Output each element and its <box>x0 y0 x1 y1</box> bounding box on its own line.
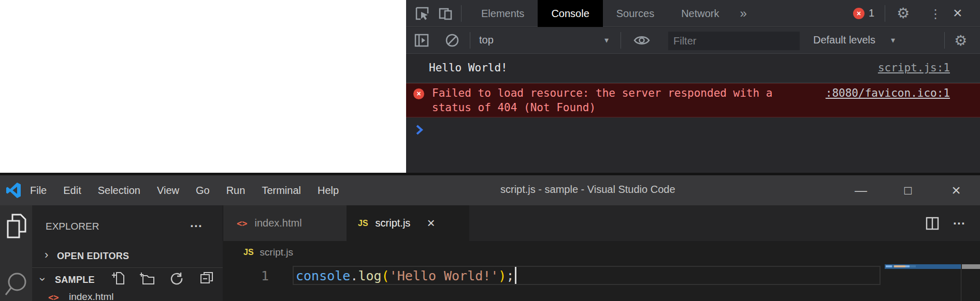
menu-terminal[interactable]: Terminal <box>262 185 301 197</box>
prompt-chevron-icon <box>415 124 424 136</box>
console-error-text-line2: status of 404 (Not Found) <box>432 101 596 114</box>
source-link[interactable]: :8080/favicon.ico:1 <box>826 87 950 99</box>
live-expression-eye-icon[interactable] <box>633 33 648 48</box>
menu-view[interactable]: View <box>157 185 179 197</box>
error-icon: × <box>413 88 424 99</box>
divider <box>461 5 462 22</box>
console-sidebar-toggle-icon[interactable] <box>414 33 429 48</box>
code-token: 'Hello World!' <box>390 268 499 283</box>
devtools-tab-sources[interactable]: Sources <box>603 0 668 27</box>
chevron-right-icon[interactable]: › <box>45 248 48 262</box>
source-link[interactable]: script.js:1 <box>878 62 950 74</box>
code-token: ) <box>498 268 506 283</box>
html-file-icon: <> <box>48 292 59 301</box>
console-toolbar: top ▾ Default levels ▾ ⚙ <box>406 27 980 54</box>
console-error-row: × Failed to load resource: the server re… <box>406 83 980 117</box>
settings-gear-icon[interactable]: ⚙ <box>897 6 910 21</box>
console-filter-input[interactable] <box>668 32 800 50</box>
log-levels-caret-icon[interactable]: ▾ <box>891 35 895 45</box>
divider <box>944 32 945 49</box>
folder-section-sample[interactable]: SAMPLE <box>55 275 95 285</box>
menu-run[interactable]: Run <box>226 185 246 197</box>
tab-script-js[interactable]: JS script.js × <box>347 205 469 241</box>
editor-more-actions-icon[interactable]: ··· <box>953 216 965 231</box>
devtools-tabs: ElementsConsoleSourcesNetwork <box>468 0 733 27</box>
code-line[interactable]: console.log('Hello World!'); <box>296 268 514 283</box>
tab-label: index.html <box>254 217 301 229</box>
code-token: ( <box>382 268 390 283</box>
chevron-down-icon[interactable]: › <box>36 277 49 281</box>
maximize-button[interactable]: □ <box>892 175 924 205</box>
devtools-menu-dots-icon[interactable]: ⋮ <box>929 7 942 21</box>
error-badge-icon[interactable]: × <box>853 8 864 19</box>
browser-page <box>0 0 406 173</box>
code-token: . <box>350 268 358 283</box>
menu-edit[interactable]: Edit <box>63 185 81 197</box>
text-cursor <box>515 267 516 284</box>
inspect-element-icon[interactable] <box>414 6 430 21</box>
console-settings-gear-icon[interactable]: ⚙ <box>954 33 967 49</box>
menu-file[interactable]: File <box>30 185 47 197</box>
open-editors-section[interactable]: OPEN EDITORS <box>57 251 129 262</box>
minimap[interactable] <box>885 264 961 269</box>
devtools-tabbar: ElementsConsoleSourcesNetwork » × 1 ⚙ ⋮ … <box>406 0 980 27</box>
devtools-tab-elements[interactable]: Elements <box>468 0 538 27</box>
console-log-row: Hello World! script.js:1 <box>406 54 980 83</box>
vscode-logo <box>5 182 22 199</box>
sidebar-title: EXPLORER <box>46 221 99 232</box>
split-editor-icon[interactable] <box>925 216 940 231</box>
sidebar-file-index-html[interactable]: index.html <box>69 291 114 301</box>
sidebar-more-actions-icon[interactable]: ··· <box>190 219 203 233</box>
devtools-tab-console[interactable]: Console <box>538 0 602 27</box>
js-file-icon: JS <box>358 219 368 228</box>
console-messages: Hello World! script.js:1 × Failed to loa… <box>406 54 980 173</box>
screen: ElementsConsoleSourcesNetwork » × 1 ⚙ ⋮ … <box>0 0 980 301</box>
collapse-all-icon[interactable] <box>200 272 213 285</box>
context-caret-icon[interactable]: ▾ <box>604 35 609 45</box>
device-toolbar-icon[interactable] <box>438 6 454 21</box>
devtools-panel: ElementsConsoleSourcesNetwork » × 1 ⚙ ⋮ … <box>406 0 980 173</box>
explorer-sidebar: EXPLORER ··· › OPEN EDITORS › SAMPLE <box>32 205 223 301</box>
error-count[interactable]: 1 <box>869 7 874 19</box>
more-tabs-chevron[interactable]: » <box>733 6 754 21</box>
editor-scrollbar[interactable] <box>962 264 980 269</box>
menu-go[interactable]: Go <box>196 185 210 197</box>
search-icon[interactable] <box>4 268 28 301</box>
tab-index-html[interactable]: <> index.html <box>223 205 347 241</box>
divider <box>470 32 470 49</box>
divider <box>32 267 223 268</box>
explorer-files-icon[interactable] <box>6 213 27 241</box>
devtools-close-icon[interactable]: × <box>953 5 962 21</box>
window-title: script.js - sample - Visual Studio Code <box>500 184 675 195</box>
divider <box>961 264 961 301</box>
tab-close-icon[interactable]: × <box>427 215 435 231</box>
code-token: console <box>296 268 350 283</box>
log-levels-selector[interactable]: Default levels <box>813 34 875 46</box>
window-close-button[interactable]: × <box>941 175 972 205</box>
code-token: log <box>358 268 381 283</box>
refresh-icon[interactable] <box>170 272 183 285</box>
html-file-icon: <> <box>237 218 247 229</box>
code-token: ; <box>506 268 514 283</box>
divider <box>885 5 885 22</box>
editor-area: <> index.html JS script.js × ··· JS <box>223 205 980 301</box>
menu-help[interactable]: Help <box>318 185 339 197</box>
editor-tabbar: <> index.html JS script.js × ··· <box>223 205 980 241</box>
activity-bar <box>0 205 32 301</box>
devtools-tab-network[interactable]: Network <box>668 0 732 27</box>
console-error-text-line1: Failed to load resource: the server resp… <box>432 87 772 99</box>
js-file-icon: JS <box>243 248 254 257</box>
new-folder-icon[interactable] <box>140 272 153 285</box>
divider <box>621 32 621 49</box>
breadcrumb[interactable]: JS script.js <box>243 247 293 258</box>
menu-selection[interactable]: Selection <box>98 185 140 197</box>
minimize-button[interactable]: — <box>845 175 876 205</box>
menu-bar: FileEditSelectionViewGoRunTerminalHelp <box>30 175 339 205</box>
tab-label: script.js <box>376 217 411 229</box>
clear-console-icon[interactable] <box>444 33 460 48</box>
context-selector[interactable]: top <box>479 34 494 46</box>
new-file-icon[interactable] <box>112 272 125 285</box>
line-number: 1 <box>261 268 269 283</box>
console-prompt-row[interactable] <box>406 118 980 144</box>
breadcrumb-file: script.js <box>260 247 293 258</box>
